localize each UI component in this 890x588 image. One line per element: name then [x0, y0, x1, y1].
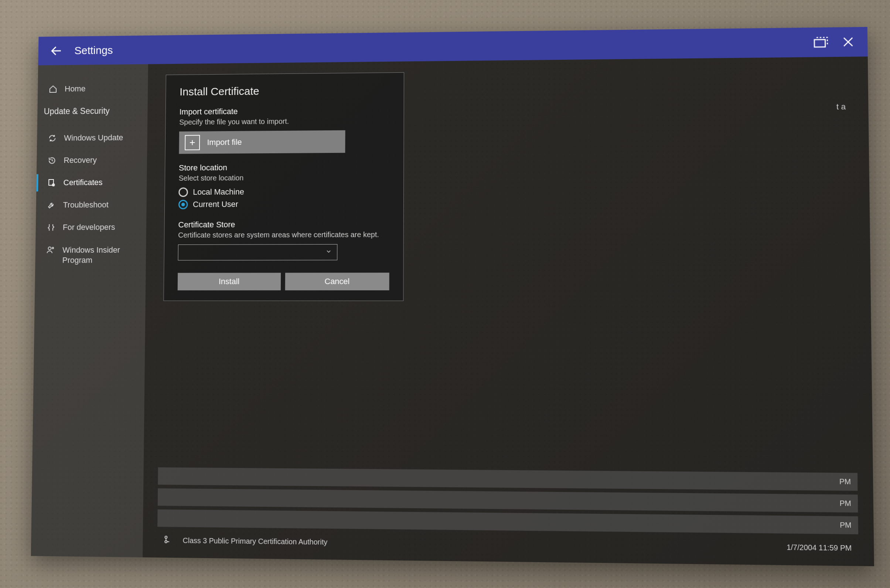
radio-icon: [179, 187, 188, 197]
sidebar-home-label: Home: [65, 84, 86, 93]
close-button[interactable]: [840, 34, 857, 50]
radio-label: Local Machine: [193, 187, 244, 196]
multitask-button[interactable]: [813, 34, 829, 50]
sidebar-home[interactable]: Home: [38, 78, 148, 103]
sidebar-item-label: Certificates: [63, 178, 103, 187]
row-date: 1/7/2004 11:59 PM: [786, 543, 852, 552]
back-button[interactable]: [49, 43, 64, 58]
cert-tree-icon: [164, 535, 177, 546]
svg-rect-1: [815, 39, 826, 47]
radio-local-machine[interactable]: Local Machine: [179, 186, 390, 197]
window-stack-icon: [813, 36, 828, 48]
cert-store-heading: Certificate Store: [179, 219, 390, 230]
tools-icon: [47, 223, 56, 232]
sidebar: Home Update & Security Windows Update Re…: [31, 64, 148, 557]
import-file-button[interactable]: + Import file: [179, 130, 345, 154]
history-icon: [47, 156, 57, 165]
sidebar-item-label: Windows Insider Program: [62, 245, 131, 265]
svg-point-7: [52, 247, 54, 249]
row-date-fragment: PM: [840, 499, 852, 507]
sync-icon: [48, 134, 57, 142]
sidebar-item-for-developers[interactable]: For developers: [36, 216, 147, 238]
obscured-text-fragment: t a: [836, 101, 846, 112]
background-cert-list: PM PM PM Class 3 Public Primary Certific…: [158, 464, 859, 558]
import-file-label: Import file: [207, 137, 242, 147]
install-button-label: Install: [219, 277, 240, 286]
svg-point-8: [165, 536, 167, 538]
window-body: Home Update & Security Windows Update Re…: [31, 57, 875, 566]
list-item[interactable]: Class 3 Public Primary Certification Aut…: [158, 530, 859, 558]
cert-store-subtitle: Certificate stores are system areas wher…: [178, 230, 389, 239]
wrench-icon: [47, 200, 56, 209]
sidebar-item-troubleshoot[interactable]: Troubleshoot: [36, 193, 147, 216]
svg-point-6: [48, 247, 51, 250]
list-item[interactable]: PM: [158, 467, 858, 491]
import-subtitle: Specify the file you want to import.: [179, 116, 390, 126]
row-name: Class 3 Public Primary Certification Aut…: [183, 536, 328, 546]
sidebar-item-certificates[interactable]: Certificates: [36, 171, 147, 194]
radio-current-user[interactable]: Current User: [179, 199, 389, 209]
row-date-fragment: PM: [840, 520, 852, 529]
plus-icon: +: [185, 135, 200, 150]
certificate-icon: [47, 178, 56, 187]
sidebar-category: Update & Security: [37, 102, 148, 127]
sidebar-item-recovery[interactable]: Recovery: [37, 148, 147, 171]
radio-icon: [179, 200, 188, 209]
settings-window: Settings Home Update & Security: [31, 27, 875, 566]
chevron-down-icon: [326, 248, 332, 256]
radio-label: Current User: [193, 200, 238, 209]
install-certificate-dialog: Install Certificate Import certificate S…: [164, 72, 405, 301]
close-icon: [842, 36, 855, 48]
home-icon: [48, 84, 58, 93]
sidebar-item-label: Troubleshoot: [63, 200, 109, 209]
cancel-button[interactable]: Cancel: [285, 273, 389, 290]
sidebar-item-label: Windows Update: [64, 133, 123, 142]
main-content: t a PM PM PM Class 3 Public Primary: [143, 57, 875, 566]
store-location-subtitle: Select store location: [179, 173, 390, 183]
person-icon: [46, 245, 56, 254]
sidebar-item-label: For developers: [63, 222, 115, 232]
svg-point-9: [165, 540, 167, 543]
import-heading: Import certificate: [180, 105, 390, 116]
list-item[interactable]: PM: [158, 509, 858, 534]
cancel-button-label: Cancel: [325, 277, 350, 286]
sidebar-item-windows-update[interactable]: Windows Update: [37, 126, 147, 150]
list-item[interactable]: PM: [158, 488, 858, 512]
dialog-title: Install Certificate: [180, 84, 390, 98]
cert-store-combobox[interactable]: [178, 244, 338, 260]
install-button[interactable]: Install: [178, 273, 281, 290]
sidebar-item-insider[interactable]: Windows Insider Program: [35, 238, 146, 272]
row-date-fragment: PM: [839, 477, 851, 486]
store-location-heading: Store location: [179, 162, 390, 172]
arrow-left-icon: [50, 44, 63, 58]
app-title: Settings: [74, 44, 113, 57]
sidebar-category-label: Update & Security: [44, 106, 110, 116]
sidebar-item-label: Recovery: [63, 156, 97, 165]
